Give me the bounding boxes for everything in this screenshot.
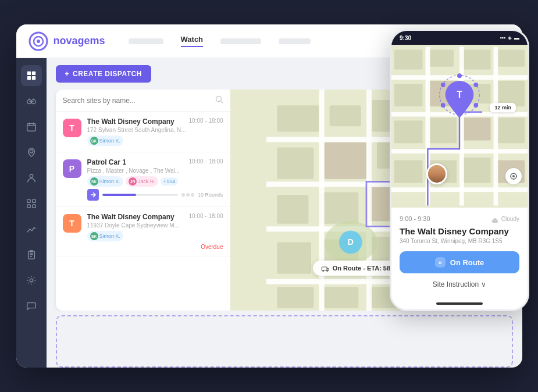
tag-sk-3: SK Simon K. xyxy=(87,231,124,241)
svg-rect-54 xyxy=(394,49,423,69)
logo-text: novagems xyxy=(54,35,105,47)
svg-point-2 xyxy=(37,40,40,43)
tag-count: +154 xyxy=(161,177,178,186)
eta-bubble: 12 min xyxy=(490,103,516,112)
on-route-label: On Route xyxy=(450,258,484,267)
chevron-down-icon: ∨ xyxy=(481,280,486,288)
sidebar-item-users[interactable] xyxy=(21,168,42,188)
create-dispatch-label: CREATE DISPATCH xyxy=(73,70,142,78)
item-tags-1: SK Simon K. xyxy=(87,136,223,146)
rounds-text: 10 Rounds xyxy=(198,192,223,198)
progress-fill xyxy=(102,194,137,196)
sidebar-item-dashboard[interactable] xyxy=(21,65,42,86)
svg-rect-21 xyxy=(329,105,361,126)
logo-area: novagems xyxy=(28,31,105,52)
svg-rect-62 xyxy=(394,120,423,143)
progress-icon xyxy=(87,189,99,201)
dispatch-item-2[interactable]: P Patrol Car 1 10:00 - 18:00 Pizza , Mas… xyxy=(56,152,230,207)
item-address-3: 11937 Doyle Cape Sydneyview M... xyxy=(87,222,223,229)
svg-rect-28 xyxy=(277,195,308,224)
driver-avatar xyxy=(426,163,447,184)
bottom-dashed-area xyxy=(56,315,513,368)
sidebar-item-watch[interactable] xyxy=(21,91,42,112)
svg-point-79 xyxy=(457,73,462,78)
svg-rect-13 xyxy=(32,199,35,202)
eta-text: 12 min xyxy=(494,105,511,111)
location-button[interactable] xyxy=(505,168,522,184)
svg-point-17 xyxy=(30,279,33,281)
sidebar-item-dispatch[interactable] xyxy=(21,193,42,214)
sidebar-item-settings[interactable] xyxy=(21,270,42,291)
svg-rect-64 xyxy=(462,117,491,140)
sidebar-item-reports[interactable] xyxy=(21,219,42,240)
create-dispatch-button[interactable]: + CREATE DISPATCH xyxy=(56,65,151,83)
svg-point-11 xyxy=(30,174,33,177)
dispatch-items: T The Walt Disney Company 10:00 - 18:00 … xyxy=(56,112,230,311)
plus-icon: + xyxy=(65,70,70,78)
svg-rect-36 xyxy=(277,287,313,308)
svg-point-82 xyxy=(457,112,462,117)
svg-rect-50 xyxy=(322,267,327,270)
phone-time: 9:30 xyxy=(400,35,411,41)
tag-sk-1: SK Simon K. xyxy=(87,136,124,146)
svg-point-83 xyxy=(441,103,446,108)
svg-rect-56 xyxy=(459,49,491,69)
tag-sk-2: SK Simon K. xyxy=(87,176,124,187)
item-tags-3: SK Simon K. xyxy=(87,231,223,241)
overdue-text: Overdue xyxy=(87,244,223,250)
dispatch-item-3[interactable]: T The Walt Disney Company 10:00 - 18:00 … xyxy=(56,207,230,256)
svg-point-10 xyxy=(30,150,33,153)
item-time-1: 10:00 - 18:00 xyxy=(189,117,223,124)
item-avatar-3: T xyxy=(63,214,81,233)
search-input[interactable] xyxy=(63,97,211,105)
battery-icon: ▬ xyxy=(514,35,519,41)
sidebar-item-tasks[interactable] xyxy=(21,244,42,265)
dispatch-item[interactable]: T The Walt Disney Company 10:00 - 18:00 … xyxy=(56,112,230,152)
sidebar-item-messages[interactable] xyxy=(21,295,42,316)
nav-placeholder-2 xyxy=(220,38,261,44)
home-indicator xyxy=(436,302,483,305)
svg-rect-32 xyxy=(277,242,311,273)
svg-rect-9 xyxy=(27,124,35,131)
tab-watch[interactable]: Watch xyxy=(181,35,204,47)
svg-rect-14 xyxy=(27,205,30,208)
svg-point-86 xyxy=(512,175,515,177)
site-instruction-row[interactable]: Site Instruction ∨ xyxy=(400,278,519,291)
svg-point-52 xyxy=(326,270,328,272)
weather: Cloudy xyxy=(491,215,519,223)
truck-icon xyxy=(321,264,329,272)
item-title-1: The Walt Disney Company xyxy=(87,117,174,126)
item-content-3: The Walt Disney Company 10:00 - 18:00 11… xyxy=(87,213,223,250)
item-address-1: 172 Sylvan Street South Angelina, N... xyxy=(87,127,223,133)
time-range: 9:00 - 9:30 xyxy=(400,215,430,222)
svg-rect-4 xyxy=(31,72,35,75)
svg-rect-12 xyxy=(27,199,30,202)
phone-home-bar xyxy=(391,298,528,309)
item-address-2: Pizza , Master , Novage , The Wal... xyxy=(87,168,223,174)
phone-overlay: 9:30 ▪▪▪ ◈ ▬ xyxy=(390,29,529,311)
svg-rect-76 xyxy=(494,47,498,206)
svg-rect-37 xyxy=(324,287,358,308)
dispatch-list: T The Walt Disney Company 10:00 - 18:00 … xyxy=(56,90,230,311)
arrows-icon: » xyxy=(435,257,446,268)
svg-text:T: T xyxy=(457,90,462,99)
sidebar-item-locations[interactable] xyxy=(21,142,42,163)
progress-row: 10 Rounds xyxy=(87,189,223,201)
phone-status-icons: ▪▪▪ ◈ ▬ xyxy=(500,35,519,41)
svg-text:D: D xyxy=(347,237,353,247)
nav-placeholder-1 xyxy=(129,38,163,44)
item-avatar-2: P xyxy=(63,159,81,178)
phone-map: T 12 min xyxy=(391,45,528,208)
progress-dots xyxy=(181,193,194,197)
svg-rect-57 xyxy=(496,49,525,66)
on-route-button[interactable]: » On Route xyxy=(400,251,519,273)
cloud-icon xyxy=(491,215,500,223)
sidebar-item-calendar[interactable] xyxy=(21,116,42,137)
svg-rect-65 xyxy=(496,117,525,143)
svg-rect-15 xyxy=(32,205,35,208)
svg-point-51 xyxy=(322,270,324,272)
nav-placeholder-3 xyxy=(279,38,311,44)
signal-icon: ▪▪▪ xyxy=(500,35,505,41)
item-title-3: The Walt Disney Company xyxy=(87,213,174,221)
item-time-2: 10:00 - 18:00 xyxy=(189,158,223,165)
